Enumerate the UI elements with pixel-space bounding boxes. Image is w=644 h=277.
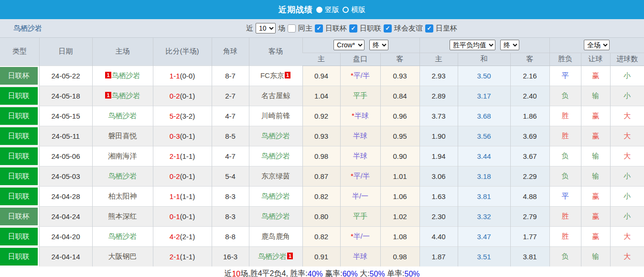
- match-count-select[interactable]: 10: [256, 23, 276, 33]
- score-cell: 0-2(0-1): [153, 86, 212, 106]
- league-type-cell: 日职联: [0, 86, 39, 106]
- league-type-cell: 日职联: [0, 106, 39, 126]
- match-row: 日职联24-04-20鸟栖沙岩4-2(2-1)8-8鹿岛鹿角0.82*半/一1.…: [0, 226, 644, 246]
- away-team-cell: 鸟栖沙岩1: [249, 246, 302, 266]
- handicap-line: *半/一: [340, 226, 380, 246]
- corners-cell: 8-8: [212, 226, 249, 246]
- red-card-badge: 1: [285, 72, 290, 78]
- summary-segment: 大:: [358, 269, 370, 277]
- corners-cell: 8-3: [212, 206, 249, 226]
- team-name: 鸟栖沙岩: [108, 111, 137, 120]
- same-home-checkbox[interactable]: [288, 24, 296, 33]
- team-name: 大阪钢巴: [108, 252, 137, 260]
- home-team-cell: 磐田喜悦: [92, 126, 153, 146]
- goals-cell: 小: [610, 166, 644, 186]
- team-name: 柏太阳神: [108, 192, 137, 200]
- away-odds: 0.93: [380, 66, 419, 86]
- col-header-date: 日期: [39, 38, 92, 66]
- avg-home-odds: 2.89: [419, 86, 458, 106]
- odds-company-select[interactable]: Crow*: [333, 40, 365, 50]
- fulltime-group-header: 全场: [549, 38, 644, 53]
- match-row: 日职联24-05-15鸟栖沙岩5-2(3-2)4-7川崎前锋0.92*半球0.9…: [0, 106, 644, 126]
- league-type-cell: 日职联: [0, 146, 39, 166]
- summary-line: 近10场,胜4平2负4, 胜率:40% 赢率:60% 大:50% 单率:50%: [0, 266, 644, 277]
- away-team-cell: 川崎前锋: [249, 106, 302, 126]
- red-card-badge: 1: [105, 92, 111, 99]
- corners-cell: 8-3: [212, 186, 249, 206]
- avg-home-odds: 1.63: [419, 186, 458, 206]
- result-cell: 负: [549, 166, 581, 186]
- team-name: 鸟栖沙岩: [112, 71, 140, 79]
- away-odds: 0.90: [380, 146, 419, 166]
- match-date: 24-04-20: [39, 226, 92, 246]
- subheader-odds-home: 主: [302, 53, 340, 66]
- result-cell: 胜: [549, 226, 581, 246]
- avg-draw-odds: 3.18: [458, 166, 510, 186]
- avg-home-odds: 1.90: [419, 126, 458, 146]
- away-odds: 1.08: [380, 226, 419, 246]
- match-date: 24-05-22: [39, 66, 92, 86]
- handicap-result-cell: 赢: [581, 206, 610, 226]
- handicap-result-cell: 赢: [581, 66, 610, 86]
- home-odds: 0.93: [302, 126, 340, 146]
- team-name: 东京绿茵: [261, 172, 290, 180]
- away-team-cell: 鹿岛鹿角: [249, 226, 302, 246]
- team-name: 鸟栖沙岩: [108, 172, 137, 180]
- team-name: 鹿岛鹿角: [261, 232, 290, 240]
- handicap-line: *半球: [340, 106, 380, 126]
- goals-cell: 大: [610, 226, 644, 246]
- j-league-checkbox[interactable]: ✓: [349, 24, 357, 33]
- match-date: 24-04-24: [39, 206, 92, 226]
- handicap-line: 半球: [340, 146, 380, 166]
- near-label: 近: [246, 24, 253, 33]
- page-title: 近期战绩: [279, 4, 313, 15]
- match-row: 日职联24-04-14大阪钢巴2-1(1-1)16-3鸟栖沙岩10.91半球0.…: [0, 246, 644, 266]
- fulltime-select[interactable]: 全场: [584, 40, 610, 50]
- col-header-home: 主场: [92, 38, 153, 66]
- games-label: 场: [278, 24, 285, 33]
- layout-option-vertical[interactable]: 竖版: [316, 5, 339, 14]
- team-name: 鸟栖沙岩: [258, 252, 287, 260]
- club-friendly-checkbox[interactable]: ✓: [384, 24, 392, 33]
- subheader-handicap-result: 让球: [581, 53, 610, 66]
- avg-home-odds: 4.40: [419, 226, 458, 246]
- handicap-line: 平手: [340, 206, 380, 226]
- home-team-cell: 鸟栖沙岩: [92, 166, 153, 186]
- j-league-label: 日职联: [360, 24, 381, 33]
- team-name: 湘南海洋: [108, 152, 137, 160]
- home-odds: 0.80: [302, 206, 340, 226]
- goals-cell: 小: [610, 86, 644, 106]
- score-cell: 2-1(1-1): [153, 246, 212, 266]
- avg-away-odds: 2.16: [510, 66, 549, 86]
- handicap-line: *平/半: [340, 66, 380, 86]
- results-tbody: 日联杯24-05-221鸟栖沙岩1-1(0-0)8-7FC东京10.94*平/半…: [0, 66, 644, 266]
- avg-home-odds: 3.06: [419, 166, 458, 186]
- handicap-result-cell: 赢: [581, 126, 610, 146]
- avg-final-select[interactable]: 终: [500, 40, 519, 50]
- away-odds: 0.95: [380, 126, 419, 146]
- table-header: 类型 日期 主场 比分(半场) 角球 客场 Crow* 终 胜平负均值 终 全场: [0, 38, 644, 66]
- subheader-avg-draw: 和: [458, 53, 510, 66]
- avg-home-odds: 2.30: [419, 206, 458, 226]
- avg-type-select[interactable]: 胜平负均值: [450, 40, 495, 50]
- result-cell: 平: [549, 66, 581, 86]
- summary-segment: 近: [224, 269, 232, 277]
- team-name: 鸟栖沙岩: [261, 192, 290, 200]
- home-odds: 0.91: [302, 246, 340, 266]
- league-type-cell: 日联杯: [0, 206, 39, 226]
- avg-draw-odds: 3.17: [458, 86, 510, 106]
- layout-option-horizontal[interactable]: 横版: [343, 5, 365, 14]
- home-team-cell: 1鸟栖沙岩: [92, 66, 153, 86]
- result-cell: 平: [549, 186, 581, 206]
- score-cell: 2-1(1-1): [153, 146, 212, 166]
- league-cup-checkbox[interactable]: ✓: [315, 24, 323, 33]
- odds-final-select[interactable]: 终: [369, 40, 388, 50]
- home-team-cell: 鸟栖沙岩: [92, 226, 153, 246]
- avg-home-odds: 1.94: [419, 146, 458, 166]
- away-team-cell: 东京绿茵: [249, 166, 302, 186]
- handicap-result-cell: 赢: [581, 226, 610, 246]
- league-type-cell: 日联杯: [0, 66, 39, 86]
- emperors-cup-checkbox[interactable]: ✓: [425, 24, 433, 33]
- emperors-cup-label: 日皇杯: [436, 24, 457, 33]
- score-cell: 4-2(2-1): [153, 226, 212, 246]
